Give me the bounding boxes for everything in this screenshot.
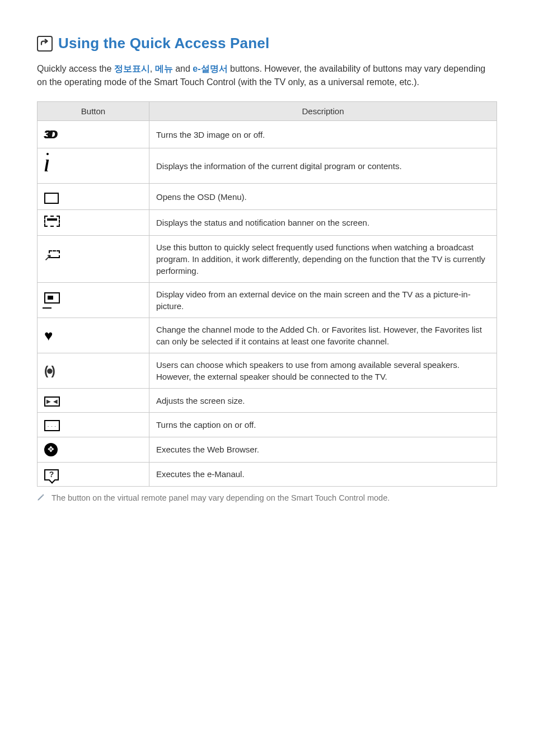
table-row: Displays the status and notification ban… — [38, 210, 497, 236]
table-row: ? Executes the e-Manaul. — [38, 462, 497, 486]
note-row: The button on the virtual remote panel m… — [37, 493, 497, 503]
desc-cell: Adjusts the screen size. — [149, 389, 497, 413]
intro-paragraph: Quickly access the 정보표시, 메뉴 and e-설명서 bu… — [37, 62, 497, 89]
icon-cell-pip — [38, 283, 149, 318]
desc-cell: Change the channel mode to the Added Ch.… — [149, 318, 497, 353]
table-row: Opens the OSD (Menu). — [38, 184, 497, 210]
heart-icon: ♥ — [44, 325, 53, 346]
arrow-right-icon: ▶ — [46, 398, 51, 405]
caption-icon: - - - — [44, 420, 60, 431]
title-row: Using the Quick Access Panel — [37, 35, 497, 52]
intro-highlight-1: 정보표시 — [114, 64, 150, 73]
desc-cell: Use this button to quickly select freque… — [149, 236, 497, 283]
web-browser-icon: ✥ — [44, 443, 58, 456]
table-row: 3D Turns the 3D image on or off. — [38, 121, 497, 148]
icon-cell-speaker: (●) — [38, 353, 149, 389]
table-row: ✥ Executes the Web Browser. — [38, 437, 497, 462]
menu-icon — [44, 193, 59, 204]
icon-cell-3d: 3D — [38, 121, 149, 148]
pip-icon — [44, 292, 60, 309]
table-row: l Displays the information of the curren… — [38, 148, 497, 184]
arrow-icon: ↗ — [44, 251, 51, 264]
table-header-row: Button Description — [38, 102, 497, 121]
emanual-icon: ? — [44, 469, 59, 480]
banner-icon — [44, 216, 60, 227]
page: Using the Quick Access Panel Quickly acc… — [0, 0, 534, 503]
desc-cell: Displays the status and notification ban… — [149, 210, 497, 236]
table-row: ▶ ◀ Adjusts the screen size. — [38, 389, 497, 413]
pencil-icon — [37, 493, 45, 503]
table-row: Display video from an external device on… — [38, 283, 497, 318]
quick-select-icon: ↗ — [44, 250, 60, 265]
desc-cell: Display video from an external device on… — [149, 283, 497, 318]
desc-cell: Turns the 3D image on or off. — [149, 121, 497, 148]
icon-cell-banner — [38, 210, 149, 236]
table-row: ♥ Change the channel mode to the Added C… — [38, 318, 497, 353]
redirect-icon — [37, 36, 53, 52]
desc-cell: Users can choose which speakers to use f… — [149, 353, 497, 389]
table-row: - - - Turns the caption on or off. — [38, 413, 497, 437]
intro-sep2: and — [173, 64, 193, 73]
desc-cell: Displays the information of the current … — [149, 148, 497, 184]
table-row: (●) Users can choose which speakers to u… — [38, 353, 497, 389]
icon-cell-emanual: ? — [38, 462, 149, 486]
icon-cell-heart: ♥ — [38, 318, 149, 353]
icon-cell-info: l — [38, 148, 149, 184]
intro-prefix: Quickly access the — [37, 64, 114, 73]
button-table: Button Description 3D Turns the 3D image… — [37, 101, 497, 487]
note-text: The button on the virtual remote panel m… — [51, 493, 390, 502]
icon-cell-quick: ↗ — [38, 236, 149, 283]
intro-highlight-3: e-설명서 — [193, 64, 227, 73]
icon-cell-caption: - - - — [38, 413, 149, 437]
table-row: ↗ Use this button to quickly select freq… — [38, 236, 497, 283]
screen-size-icon: ▶ ◀ — [44, 396, 60, 407]
desc-cell: Opens the OSD (Menu). — [149, 184, 497, 210]
page-title: Using the Quick Access Panel — [58, 35, 269, 52]
icon-cell-menu — [38, 184, 149, 210]
3d-icon: 3D — [44, 127, 57, 142]
intro-sep1: , — [150, 64, 155, 73]
desc-cell: Executes the e-Manaul. — [149, 462, 497, 486]
header-description: Description — [149, 102, 497, 121]
desc-cell: Turns the caption on or off. — [149, 413, 497, 437]
desc-cell: Executes the Web Browser. — [149, 437, 497, 462]
intro-highlight-2: 메뉴 — [155, 64, 173, 73]
icon-cell-size: ▶ ◀ — [38, 389, 149, 413]
arrow-left-icon: ◀ — [53, 398, 58, 405]
info-icon: l — [44, 154, 49, 178]
icon-cell-web: ✥ — [38, 437, 149, 462]
header-button: Button — [38, 102, 149, 121]
speaker-icon: (●) — [44, 362, 53, 380]
